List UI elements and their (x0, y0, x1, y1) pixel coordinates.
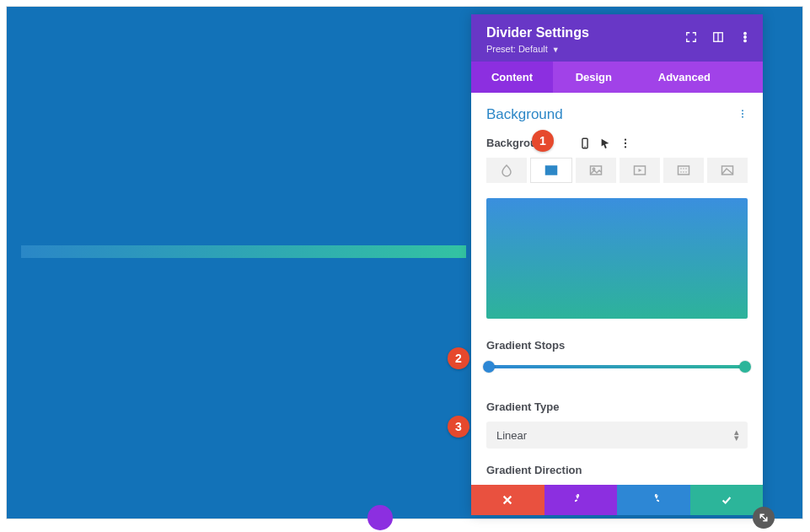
background-type-tabs (486, 158, 748, 183)
svg-point-24 (685, 171, 687, 173)
svg-point-19 (680, 168, 682, 169)
chevron-down-icon: ▼ (552, 46, 560, 54)
divider-preview[interactable] (21, 245, 466, 258)
module-add-orb[interactable] (367, 505, 393, 530)
tab-bar: Content Design Advanced (471, 62, 763, 93)
tab-advanced[interactable]: Advanced (635, 62, 763, 93)
svg-point-5 (742, 110, 743, 111)
bg-tab-pattern[interactable] (663, 158, 704, 183)
svg-point-20 (683, 168, 684, 169)
header-actions (685, 31, 751, 43)
bg-tab-mask[interactable] (707, 158, 748, 183)
preset-name: Default (518, 44, 548, 54)
svg-point-12 (625, 142, 626, 143)
hover-icon[interactable] (599, 137, 611, 149)
phone-icon[interactable] (579, 137, 591, 149)
expand-icon[interactable] (685, 31, 697, 43)
cancel-button[interactable] (471, 485, 544, 515)
svg-point-10 (584, 146, 585, 147)
bg-tab-image[interactable] (576, 158, 616, 183)
resize-handle[interactable] (753, 507, 775, 529)
annotation-2: 2 (448, 347, 469, 369)
svg-point-22 (680, 171, 682, 173)
svg-point-11 (625, 138, 626, 140)
svg-rect-18 (679, 166, 689, 175)
preset-selector[interactable]: Preset: Default ▼ (486, 44, 748, 54)
svg-point-13 (625, 146, 626, 148)
section-title: Background (486, 106, 563, 123)
annotation-3: 3 (448, 416, 469, 438)
gradient-type-value: Linear (496, 429, 527, 442)
tab-design[interactable]: Design (553, 62, 635, 93)
svg-point-4 (744, 40, 746, 41)
panel-footer (471, 485, 763, 515)
svg-point-7 (742, 116, 743, 118)
gradient-stop-end[interactable] (739, 361, 751, 373)
snap-icon[interactable] (712, 31, 724, 43)
tab-content[interactable]: Content (471, 62, 553, 93)
undo-button[interactable] (544, 485, 618, 515)
gradient-type-select-wrap: Linear ▴▾ (486, 422, 748, 449)
svg-point-23 (683, 171, 684, 173)
panel-body: Background Background (471, 93, 763, 485)
gradient-type-label: Gradient Type (486, 400, 748, 413)
more-icon[interactable] (739, 31, 751, 43)
gradient-direction-label: Gradient Direction (486, 464, 748, 476)
bg-tab-color[interactable] (486, 158, 527, 183)
preset-prefix: Preset: (486, 44, 516, 54)
svg-point-3 (744, 36, 746, 38)
svg-point-6 (742, 113, 743, 115)
gradient-type-select[interactable]: Linear (486, 422, 748, 449)
bg-tab-video[interactable] (620, 158, 660, 183)
background-label-row: Background (486, 137, 748, 149)
svg-point-21 (685, 168, 687, 169)
settings-panel: Divider Settings Preset: Default ▼ Conte… (471, 14, 763, 515)
annotation-1: 1 (532, 130, 554, 152)
svg-point-2 (744, 32, 746, 34)
section-more-icon[interactable] (738, 107, 748, 122)
gradient-stop-start[interactable] (483, 361, 495, 373)
section-header[interactable]: Background (486, 93, 748, 132)
gradient-stops-track[interactable] (486, 365, 748, 368)
gradient-preview[interactable] (486, 198, 748, 319)
redo-button[interactable] (617, 485, 690, 515)
gradient-stops-label: Gradient Stops (486, 339, 748, 352)
bg-tab-gradient[interactable] (530, 158, 572, 183)
panel-header: Divider Settings Preset: Default ▼ (471, 14, 763, 62)
field-more-icon[interactable] (620, 137, 631, 149)
save-button[interactable] (690, 485, 764, 515)
